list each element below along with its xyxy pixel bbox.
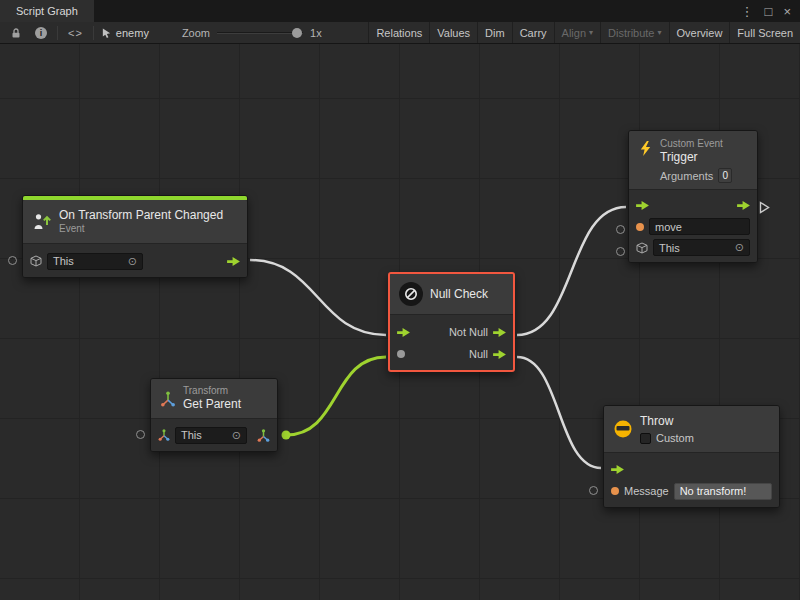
distribute-button[interactable]: Distribute ▾ [600,22,668,43]
window-menu-icon[interactable]: ⋮ [741,5,754,18]
this-object-field[interactable]: This ⊙ [653,239,750,256]
node-trigger-custom-event[interactable]: Custom Event Trigger Arguments 0 [628,130,758,263]
cursor-icon [101,27,112,39]
object-picker-icon: ⊙ [128,256,137,267]
message-field[interactable]: No transform! [674,483,772,500]
carry-button[interactable]: Carry [512,22,554,43]
node-header: Transform Get Parent [151,379,277,418]
edit-source-button[interactable]: <> [65,22,86,43]
zoom-handle[interactable] [292,28,302,38]
graph-canvas[interactable]: On Transform Parent Changed Event This ⊙ [0,44,800,600]
value-input-dot[interactable] [611,487,619,495]
wire-notnull-to-trigger[interactable] [517,207,626,335]
arguments-count-field[interactable]: 0 [718,168,732,183]
port-row: Message No transform! [604,480,779,502]
input-port-ring[interactable] [616,225,625,234]
field-value: This [659,242,680,254]
graph-reference[interactable]: enemy [101,27,149,39]
field-value: No transform! [680,485,747,497]
toolbar-separator [57,26,58,40]
this-object-field[interactable]: This ⊙ [175,427,247,444]
custom-checkbox[interactable] [640,433,651,444]
transform-port-icon[interactable] [158,429,170,441]
info-icon: i [35,27,47,39]
port-row: move [629,216,757,237]
chevron-down-icon: ▾ [658,28,662,37]
connection-arrow-marker [759,201,770,214]
graph-toolbar: i <> enemy Zoom 1x Relations Values [0,22,800,44]
flow-input-arrow-icon[interactable] [611,464,624,475]
null-check-icon [399,282,423,306]
wire-getparent-to-nullcheck[interactable] [286,357,386,435]
node-ports: This ⊙ [151,418,277,451]
button-label: Overview [677,27,723,39]
port-row: This ⊙ [151,424,277,446]
node-subtitle: Event [59,223,223,235]
graph-name: enemy [116,27,149,39]
value-input-dot[interactable] [397,350,405,358]
port-row: Null [390,343,513,365]
zoom-track [217,32,303,34]
node-null-check[interactable]: Null Check Not Null Null [388,272,515,372]
button-label: Align [562,27,586,39]
dim-button[interactable]: Dim [477,22,512,43]
field-value: move [655,221,682,233]
input-port-ring[interactable] [8,256,17,265]
this-object-field[interactable]: This ⊙ [47,253,143,270]
flow-output-arrow-icon[interactable] [493,327,506,338]
node-on-transform-parent-changed[interactable]: On Transform Parent Changed Event This ⊙ [22,195,248,278]
zoom-slider[interactable] [217,27,303,39]
zoom-value: 1x [310,27,322,39]
lock-button[interactable] [7,22,25,43]
overview-button[interactable]: Overview [669,22,730,43]
window-controls: ⋮ □ × [741,0,800,22]
node-throw[interactable]: Throw Custom Message No [603,405,780,508]
wire-event-to-nullcheck[interactable] [250,260,386,335]
port-row: Not Null [390,321,513,343]
arguments-label: Arguments [660,170,713,182]
event-name-field[interactable]: move [649,218,750,235]
relations-button[interactable]: Relations [368,22,429,43]
transform-output-port-icon[interactable] [257,429,270,442]
field-value: This [53,255,74,267]
input-port-ring[interactable] [136,430,145,439]
message-label: Message [624,485,669,497]
node-ports: Message No transform! [604,452,779,507]
full-screen-button[interactable]: Full Screen [729,22,800,43]
port-label-null: Null [469,348,488,360]
node-ports: move This ⊙ [629,189,757,262]
node-ports: Not Null Null [390,314,513,370]
node-category: Transform [183,385,241,397]
close-icon[interactable]: × [783,5,791,18]
wire-null-to-throw[interactable] [517,357,601,468]
arguments-row: Arguments 0 [660,168,732,183]
flow-input-arrow-icon[interactable] [636,200,649,211]
input-port-ring[interactable] [589,486,598,495]
flow-output-arrow-icon[interactable] [227,256,240,267]
toolbar-button-group: Relations Values Dim Carry Align ▾ Distr… [368,22,800,43]
info-button[interactable]: i [32,22,50,43]
node-get-parent[interactable]: Transform Get Parent This ⊙ [150,378,278,452]
align-button[interactable]: Align ▾ [554,22,600,43]
tab-script-graph[interactable]: Script Graph [0,0,94,22]
node-header: On Transform Parent Changed Event [23,200,247,243]
maximize-icon[interactable]: □ [765,5,773,18]
wire-endpoint-dot[interactable] [282,431,291,440]
code-icon: <> [68,27,83,39]
throw-icon [613,419,633,439]
flow-input-arrow-icon[interactable] [397,327,410,338]
flow-output-arrow-icon[interactable] [737,200,750,211]
cube-icon [30,255,42,267]
value-input-dot[interactable] [636,223,644,231]
node-title: Trigger [660,150,732,165]
input-port-ring[interactable] [616,247,625,256]
button-label: Relations [376,27,422,39]
lock-icon [10,27,22,39]
flow-output-arrow-icon[interactable] [493,349,506,360]
node-title: On Transform Parent Changed [59,208,223,223]
object-picker-icon: ⊙ [735,242,744,253]
field-value: This [181,429,202,441]
unity-visual-scripting-window: Script Graph ⋮ □ × i <> enemy [0,0,800,600]
values-button[interactable]: Values [429,22,477,43]
node-category: Custom Event [660,138,732,150]
